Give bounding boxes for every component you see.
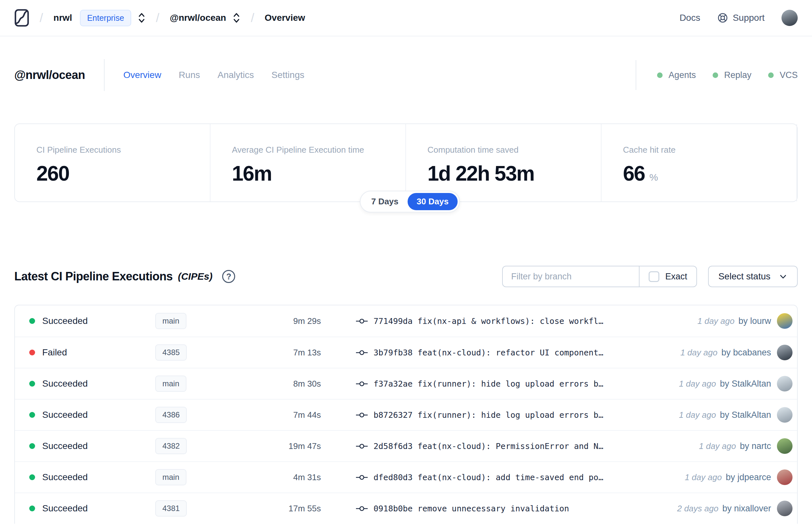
lifebuoy-icon bbox=[717, 12, 728, 24]
avatar bbox=[777, 469, 793, 485]
exact-checkbox[interactable] bbox=[649, 271, 659, 282]
table-row[interactable]: Succeeded 4382 19m 47s 2d58f6d3 feat(nx-… bbox=[15, 430, 797, 461]
branch-chip[interactable]: 4386 bbox=[155, 407, 187, 423]
status-label: Succeeded bbox=[42, 378, 88, 389]
nx-cloud-logo-icon[interactable] bbox=[14, 9, 29, 27]
commit-icon bbox=[355, 473, 368, 481]
status-dot-icon bbox=[29, 349, 35, 356]
commit-author: by nartc bbox=[740, 441, 771, 451]
tab-overview[interactable]: Overview bbox=[123, 70, 162, 80]
stat-suffix: % bbox=[649, 172, 658, 183]
workspace-title: @nrwl/ocean bbox=[14, 68, 85, 82]
commit-hash: b8726327 bbox=[373, 410, 413, 420]
branch-filter-group: Exact bbox=[502, 266, 697, 287]
chevron-down-icon bbox=[779, 272, 787, 281]
branch-chip[interactable]: main bbox=[155, 313, 186, 329]
stat-computation-time-saved: Computation time saved 1d 22h 53m bbox=[406, 124, 601, 201]
feature-label: VCS bbox=[780, 70, 798, 80]
time-ago: 2 days ago bbox=[677, 504, 718, 514]
workspace-switcher-chevron-icon[interactable] bbox=[232, 12, 240, 24]
status-label: Succeeded bbox=[42, 410, 88, 420]
status-label: Succeeded bbox=[42, 316, 88, 326]
commit-author: by StalkAltan bbox=[720, 379, 771, 389]
duration: 9m 29s bbox=[264, 316, 321, 326]
commit-icon bbox=[355, 317, 368, 325]
commit-author: by bcabanes bbox=[721, 348, 771, 358]
branch-chip[interactable]: 4382 bbox=[155, 438, 187, 454]
commit-message: feat(nx-cloud): refactor UI component… bbox=[417, 348, 603, 357]
status-dot-icon bbox=[29, 474, 35, 480]
table-row[interactable]: Succeeded main 8m 30s f37a32ae fix(runne… bbox=[15, 368, 797, 399]
table-row[interactable]: Succeeded main 4m 31s dfed80d3 feat(nx-c… bbox=[15, 461, 797, 493]
status-dot-icon bbox=[29, 443, 35, 449]
breadcrumb-page: Overview bbox=[265, 13, 305, 23]
commit-text: 3b79fb38 feat(nx-cloud): refactor UI com… bbox=[373, 348, 603, 357]
avatar bbox=[777, 376, 793, 391]
select-status-dropdown[interactable]: Select status bbox=[708, 266, 798, 287]
select-status-label: Select status bbox=[718, 271, 770, 282]
table-row[interactable]: Failed 4385 7m 13s 3b79fb38 feat(nx-clou… bbox=[15, 336, 797, 368]
tab-settings[interactable]: Settings bbox=[272, 70, 304, 80]
commit-icon bbox=[355, 379, 368, 388]
feature-vcs: VCS bbox=[768, 70, 798, 80]
table-row[interactable]: Succeeded 4386 7m 44s b8726327 fix(runne… bbox=[15, 399, 797, 430]
status-dot-icon bbox=[29, 381, 35, 387]
stat-average-execution-time: Average CI Pipeline Execution time 16m bbox=[211, 124, 406, 201]
feature-label: Agents bbox=[669, 70, 696, 80]
cipe-table: Succeeded main 9m 29s 771499da fix(nx-ap… bbox=[14, 305, 798, 524]
stats-card-row: CI Pipeline Executions 260 Average CI Pi… bbox=[14, 123, 798, 202]
range-7-days-button[interactable]: 7 Days bbox=[362, 193, 408, 210]
stat-label: Average CI Pipeline Execution time bbox=[232, 145, 405, 155]
commit-hash: 2d58f6d3 bbox=[373, 441, 413, 451]
commit-author: by lourw bbox=[738, 316, 771, 326]
branch-filter-input[interactable] bbox=[503, 272, 639, 282]
status-label: Succeeded bbox=[42, 503, 88, 514]
table-row[interactable]: Succeeded 4381 17m 55s 0918b0be remove u… bbox=[15, 493, 797, 524]
breadcrumb-org[interactable]: nrwl bbox=[53, 13, 73, 23]
stat-label: Cache hit rate bbox=[623, 145, 796, 155]
duration: 19m 47s bbox=[264, 441, 321, 451]
time-ago: 1 day ago bbox=[679, 410, 716, 420]
commit-message: fix(nx-api & workflows): close workfl… bbox=[417, 316, 603, 326]
status-label: Succeeded bbox=[42, 441, 88, 451]
support-label: Support bbox=[733, 13, 765, 23]
user-avatar[interactable] bbox=[781, 10, 798, 26]
breadcrumb-separator: / bbox=[156, 11, 159, 25]
commit-icon bbox=[355, 504, 368, 513]
green-dot-icon bbox=[713, 73, 718, 78]
commit-message: feat(nx-cloud): PermissionError and N… bbox=[417, 441, 603, 451]
branch-chip[interactable]: main bbox=[155, 469, 186, 485]
duration: 7m 13s bbox=[264, 348, 321, 358]
branch-chip[interactable]: main bbox=[155, 376, 186, 392]
avatar bbox=[777, 345, 793, 360]
avatar bbox=[777, 407, 793, 423]
breadcrumb-workspace[interactable]: @nrwl/ocean bbox=[170, 13, 226, 23]
top-navbar: / nrwl Enterprise / @nrwl/ocean / Overvi… bbox=[0, 0, 812, 36]
avatar bbox=[777, 438, 793, 454]
tab-analytics[interactable]: Analytics bbox=[218, 70, 254, 80]
avatar bbox=[777, 501, 793, 516]
commit-text: dfed80d3 feat(nx-cloud): add time-saved … bbox=[373, 473, 603, 482]
stat-value: 16m bbox=[232, 162, 272, 185]
commit-hash: dfed80d3 bbox=[373, 473, 413, 482]
commit-hash: 0918b0be bbox=[373, 504, 413, 513]
help-icon[interactable]: ? bbox=[222, 270, 235, 283]
range-30-days-button[interactable]: 30 Days bbox=[408, 193, 458, 210]
org-switcher-chevron-icon[interactable] bbox=[138, 12, 145, 24]
breadcrumb-separator: / bbox=[251, 11, 254, 25]
duration: 17m 55s bbox=[264, 504, 321, 514]
table-row[interactable]: Succeeded main 9m 29s 771499da fix(nx-ap… bbox=[15, 305, 797, 336]
docs-link[interactable]: Docs bbox=[679, 13, 700, 23]
support-link[interactable]: Support bbox=[717, 12, 765, 24]
branch-chip[interactable]: 4381 bbox=[155, 500, 187, 516]
divider bbox=[635, 60, 636, 90]
branch-chip[interactable]: 4385 bbox=[155, 344, 187, 361]
divider bbox=[104, 59, 105, 91]
workspace-header: @nrwl/ocean Overview Runs Analytics Sett… bbox=[0, 59, 812, 91]
green-dot-icon bbox=[768, 73, 774, 78]
exact-toggle[interactable]: Exact bbox=[640, 271, 696, 282]
status-label: Failed bbox=[42, 347, 67, 358]
date-range-toggle: 7 Days 30 Days bbox=[360, 191, 460, 212]
enterprise-badge: Enterprise bbox=[80, 10, 131, 26]
tab-runs[interactable]: Runs bbox=[179, 70, 200, 80]
